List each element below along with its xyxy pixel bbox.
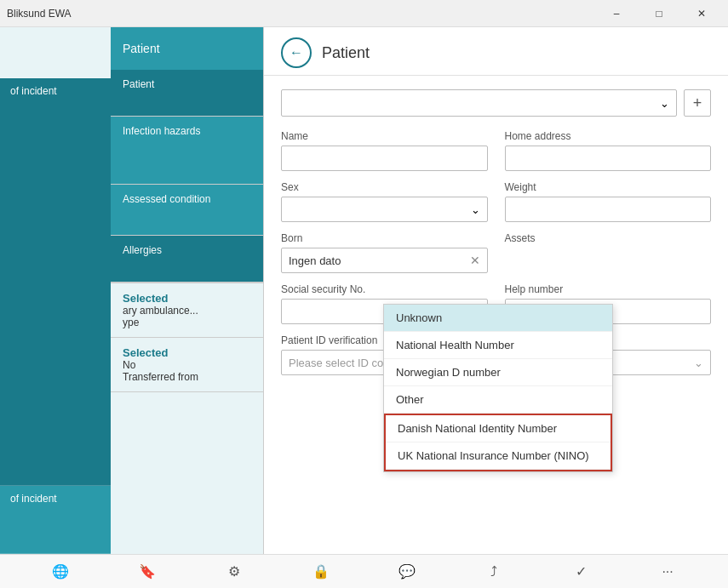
dropdown-item-norwegian-d-number[interactable]: Norwegian D number	[384, 359, 612, 386]
home-address-label: Home address	[505, 130, 712, 142]
weight-label: Weight	[505, 181, 712, 193]
help-number-label: Help number	[505, 283, 712, 295]
sex-group: Sex ⌄	[281, 181, 488, 222]
selected-row-transport: Selected ary ambulance... ype	[111, 283, 263, 338]
second-col-infection-hazards[interactable]: Infection hazards	[111, 117, 263, 185]
patient-selector-row: ⌄ +	[281, 89, 711, 117]
app-title: Bliksund EWA	[7, 8, 72, 20]
lock-icon[interactable]: 🔒	[307, 558, 335, 585]
social-sec-label: Social security No.	[281, 283, 488, 295]
globe-icon[interactable]: 🌐	[47, 558, 74, 585]
dropdown-item-national-health-number[interactable]: National Health Number	[384, 332, 612, 359]
share-icon[interactable]: ⤴	[480, 558, 507, 585]
title-bar: Bliksund EWA – □ ✕	[0, 0, 728, 27]
minimize-button[interactable]: –	[597, 0, 636, 27]
dropdown-item-danish-identity[interactable]: Danish National Identity Number	[386, 415, 610, 442]
bookmark-icon[interactable]: 🔖	[134, 558, 161, 585]
dropdown-item-other[interactable]: Other	[384, 386, 612, 414]
check-icon[interactable]: ✓	[567, 558, 594, 585]
sidebar-section-of-incident-1: of incident	[0, 78, 111, 486]
patient-panel: ← Patient ⌄ + Name	[264, 27, 728, 554]
weight-input[interactable]	[505, 197, 712, 222]
name-group: Name	[281, 130, 488, 171]
dropdown-item-unknown[interactable]: Unknown	[384, 305, 612, 332]
settings-icon[interactable]: ⚙	[221, 558, 248, 585]
second-col-patient[interactable]: Patient	[111, 70, 263, 117]
sidebar-section-of-incident-2: of incident	[0, 486, 111, 554]
born-clear-button[interactable]: ✕	[470, 254, 480, 267]
born-input[interactable]: Ingen dato ✕	[281, 248, 488, 273]
home-address-input[interactable]	[505, 146, 712, 171]
born-label: Born	[281, 232, 488, 244]
dropdown-container: Unknown National Health Number Norwegian…	[383, 304, 613, 472]
panel-header: ← Patient	[264, 27, 728, 76]
name-label: Name	[281, 130, 488, 142]
second-col-assessed-condition[interactable]: Assessed condition	[111, 185, 263, 236]
weight-group: Weight	[505, 181, 712, 222]
assets-group: Assets	[505, 232, 712, 273]
close-button[interactable]: ✕	[682, 0, 721, 27]
sex-label: Sex	[281, 181, 488, 193]
second-col-allergies[interactable]: Allergies	[111, 236, 263, 283]
chat-icon[interactable]: 💬	[393, 558, 421, 585]
maximize-button[interactable]: □	[639, 0, 679, 27]
home-address-group: Home address	[505, 130, 712, 171]
panel-title: Patient	[322, 44, 370, 62]
second-col-header: Patient	[111, 27, 263, 70]
patient-dropdown[interactable]: ⌄	[281, 89, 677, 117]
more-icon[interactable]: ···	[654, 558, 681, 585]
assets-label: Assets	[505, 232, 712, 244]
selected-row-transfer: Selected No Transferred from	[111, 338, 263, 392]
dropdown-highlight-box: Danish National Identity Number UK Natio…	[384, 414, 612, 471]
back-button[interactable]: ←	[281, 37, 312, 68]
sidebar-section-top	[0, 27, 111, 78]
add-patient-button[interactable]: +	[684, 89, 711, 117]
name-input[interactable]	[281, 146, 488, 171]
left-sidebar: of incident of incident	[0, 27, 111, 554]
dropdown-item-uk-nino[interactable]: UK National Insurance Number (NINO)	[386, 442, 610, 470]
born-group: Born Ingen dato ✕	[281, 232, 488, 273]
second-column: Patient Patient Infection hazards Assess…	[111, 27, 264, 554]
window-controls: – □ ✕	[597, 0, 721, 27]
sex-select[interactable]: ⌄	[281, 197, 488, 222]
panel-body: ⌄ + Name Home address	[264, 76, 728, 554]
bottom-bar: 🌐 🔖 ⚙ 🔒 💬 ⤴ ✓ ···	[0, 554, 728, 588]
main-layout: of incident of incident Patient Patient …	[0, 27, 728, 554]
